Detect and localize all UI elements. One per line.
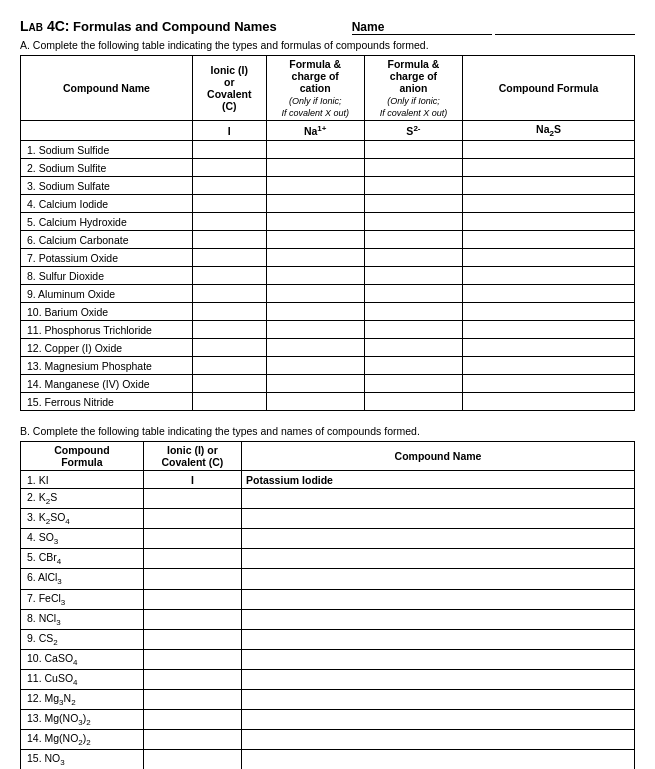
table-row: 10. CaSO4 [21,649,635,669]
header-compound-name: Compound Name [21,56,193,121]
formula-cell [463,357,635,375]
b-name-cell [242,710,635,730]
table-row: 2. Sodium Sulfite [21,159,635,177]
b-ionic-cell [143,529,241,549]
cation-cell [266,303,364,321]
b-formula-cell: 9. CS2 [21,629,144,649]
section-b-instruction: B. Complete the following table indicati… [20,425,635,437]
formula-cell [463,285,635,303]
formula-cell [463,339,635,357]
b-ionic-cell [143,549,241,569]
cation-cell [266,159,364,177]
b-ionic-cell [143,669,241,689]
b-name-cell [242,509,635,529]
table-row: 9. Aluminum Oxide [21,285,635,303]
ionic-cell [192,249,266,267]
table-row: 2. K2S [21,489,635,509]
ionic-cell [192,285,266,303]
cation-cell [266,267,364,285]
ionic-cell [192,393,266,411]
b-formula-cell: 10. CaSO4 [21,649,144,669]
table-row: 7. Potassium Oxide [21,249,635,267]
anion-cell [364,177,462,195]
example-row: I Na1+ S2- Na2S [21,121,635,141]
b-ionic-cell [143,690,241,710]
anion-cell [364,339,462,357]
b-formula-cell: 13. Mg(NO3)2 [21,710,144,730]
b-name-cell [242,730,635,750]
b-formula-cell: 15. NO3 [21,750,144,769]
ionic-cell [192,267,266,285]
b-name-cell: Potassium Iodide [242,471,635,489]
table-row: 3. Sodium Sulfate [21,177,635,195]
anion-cell [364,231,462,249]
cation-cell [266,249,364,267]
anion-cell [364,213,462,231]
formula-cell [463,177,635,195]
table-row: 1. KI I Potassium Iodide [21,471,635,489]
cation-cell [266,357,364,375]
ionic-cell [192,321,266,339]
table-row: 12. Mg3N2 [21,690,635,710]
compound-name-cell: 6. Calcium Carbonate [21,231,193,249]
compound-name-cell: 5. Calcium Hydroxide [21,213,193,231]
cation-cell [266,141,364,159]
b-name-cell [242,549,635,569]
header-b-name: Compound Name [242,442,635,471]
cation-cell [266,339,364,357]
formula-cell [463,195,635,213]
b-ionic-cell [143,750,241,769]
table-row: 9. CS2 [21,629,635,649]
formula-cell [463,231,635,249]
anion-cell [364,159,462,177]
b-formula-cell: 6. AlCl3 [21,569,144,589]
formula-cell [463,249,635,267]
anion-cell [364,249,462,267]
anion-cell [364,141,462,159]
table-row: 11. Phosphorus Trichloride [21,321,635,339]
table-b-body: 1. KI I Potassium Iodide 2. K2S 3. K2SO4… [21,471,635,769]
table-row: 3. K2SO4 [21,509,635,529]
compound-name-cell: 7. Potassium Oxide [21,249,193,267]
cation-cell [266,195,364,213]
header-b-formula: CompoundFormula [21,442,144,471]
table-row: 4. Calcium Iodide [21,195,635,213]
table-row: 1. Sodium Sulfide [21,141,635,159]
b-formula-cell: 8. NCl3 [21,609,144,629]
b-formula-cell: 3. K2SO4 [21,509,144,529]
compound-name-cell: 9. Aluminum Oxide [21,285,193,303]
compound-name-cell: 12. Copper (I) Oxide [21,339,193,357]
anion-cell [364,285,462,303]
table-b: CompoundFormula Ionic (I) orCovalent (C)… [20,441,635,769]
b-ionic-cell [143,710,241,730]
ionic-cell [192,195,266,213]
lab-title: Lab 4C: [20,18,69,34]
b-ionic-cell [143,609,241,629]
cation-cell [266,321,364,339]
b-name-cell [242,569,635,589]
compound-name-cell: 10. Barium Oxide [21,303,193,321]
table-row: 11. CuSO4 [21,669,635,689]
b-formula-cell: 2. K2S [21,489,144,509]
cation-cell [266,231,364,249]
b-ionic-cell [143,489,241,509]
page-title: Formulas and Compound Names [73,19,277,34]
compound-name-cell: 4. Calcium Iodide [21,195,193,213]
table-row: 13. Mg(NO3)2 [21,710,635,730]
ionic-cell [192,357,266,375]
table-row: 12. Copper (I) Oxide [21,339,635,357]
anion-cell [364,195,462,213]
table-row: 15. Ferrous Nitride [21,393,635,411]
formula-cell [463,321,635,339]
b-name-cell [242,529,635,549]
section-a-instruction: A. Complete the following table indicati… [20,39,635,51]
b-name-cell [242,690,635,710]
table-row: 4. SO3 [21,529,635,549]
ionic-cell [192,177,266,195]
ionic-cell [192,231,266,249]
formula-cell [463,141,635,159]
formula-cell [463,267,635,285]
header-formula-anion: Formula &charge ofanion(Only if Ionic;If… [364,56,462,121]
table-a-body: 1. Sodium Sulfide 2. Sodium Sulfite 3. S… [21,141,635,411]
page-header: Lab 4C: Formulas and Compound Names Name [20,18,635,35]
